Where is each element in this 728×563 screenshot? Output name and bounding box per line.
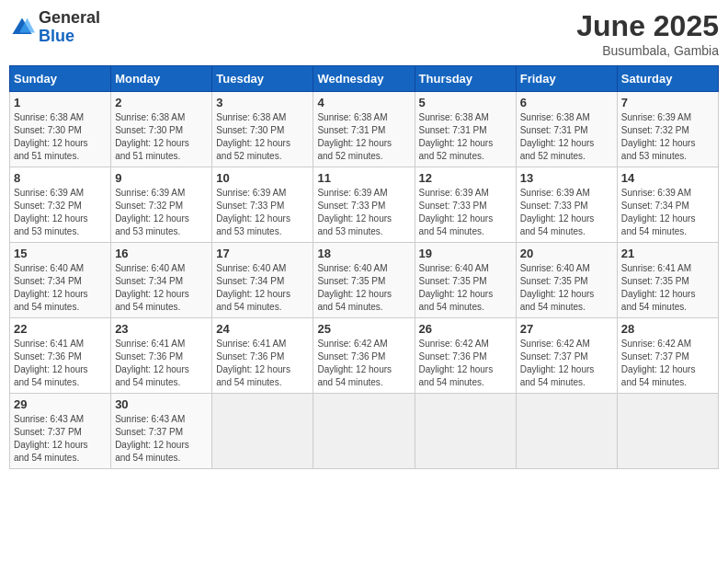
- day-info: Sunrise: 6:40 AMSunset: 7:35 PMDaylight:…: [419, 263, 494, 312]
- calendar-week-row: 22Sunrise: 6:41 AMSunset: 7:36 PMDayligh…: [10, 318, 719, 394]
- day-info: Sunrise: 6:43 AMSunset: 7:37 PMDaylight:…: [14, 414, 88, 463]
- calendar-day-cell: 18Sunrise: 6:40 AMSunset: 7:35 PMDayligh…: [313, 243, 415, 318]
- calendar-day-cell: 2Sunrise: 6:38 AMSunset: 7:30 PMDaylight…: [111, 92, 212, 167]
- day-info: Sunrise: 6:40 AMSunset: 7:35 PMDaylight:…: [317, 263, 392, 312]
- day-number: 18: [317, 247, 410, 260]
- day-number: 16: [115, 247, 208, 260]
- weekday-header-row: Sunday Monday Tuesday Wednesday Thursday…: [10, 66, 719, 92]
- day-number: 29: [14, 397, 107, 411]
- header-wednesday: Wednesday: [313, 66, 415, 92]
- day-info: Sunrise: 6:38 AMSunset: 7:30 PMDaylight:…: [115, 112, 189, 161]
- day-number: 2: [115, 96, 208, 109]
- day-info: Sunrise: 6:39 AMSunset: 7:33 PMDaylight:…: [419, 188, 494, 236]
- day-number: 8: [14, 171, 107, 185]
- day-number: 26: [419, 322, 512, 336]
- day-info: Sunrise: 6:39 AMSunset: 7:32 PMDaylight:…: [621, 112, 696, 161]
- logo-icon: [9, 15, 35, 40]
- header-tuesday: Tuesday: [212, 66, 313, 92]
- day-info: Sunrise: 6:38 AMSunset: 7:30 PMDaylight:…: [216, 112, 290, 161]
- day-number: 5: [419, 96, 512, 109]
- calendar-day-cell: 28Sunrise: 6:42 AMSunset: 7:37 PMDayligh…: [617, 318, 718, 394]
- calendar-day-cell: 4Sunrise: 6:38 AMSunset: 7:31 PMDaylight…: [313, 92, 415, 167]
- calendar-day-cell: 27Sunrise: 6:42 AMSunset: 7:37 PMDayligh…: [516, 318, 617, 394]
- calendar-title: June 2025: [576, 9, 719, 43]
- day-number: 9: [115, 171, 208, 185]
- calendar-day-cell: 17Sunrise: 6:40 AMSunset: 7:34 PMDayligh…: [212, 243, 313, 318]
- calendar-day-cell: 12Sunrise: 6:39 AMSunset: 7:33 PMDayligh…: [415, 167, 516, 243]
- day-number: 19: [419, 247, 512, 260]
- day-info: Sunrise: 6:41 AMSunset: 7:35 PMDaylight:…: [621, 263, 696, 312]
- logo: General Blue: [9, 9, 100, 46]
- calendar-day-cell: 26Sunrise: 6:42 AMSunset: 7:36 PMDayligh…: [415, 318, 516, 394]
- day-number: 25: [317, 322, 410, 336]
- day-info: Sunrise: 6:41 AMSunset: 7:36 PMDaylight:…: [216, 339, 290, 387]
- day-info: Sunrise: 6:41 AMSunset: 7:36 PMDaylight:…: [115, 339, 189, 387]
- calendar-day-cell: 19Sunrise: 6:40 AMSunset: 7:35 PMDayligh…: [415, 243, 516, 318]
- calendar-day-cell: 9Sunrise: 6:39 AMSunset: 7:32 PMDaylight…: [111, 167, 212, 243]
- calendar-day-cell: [617, 394, 718, 469]
- day-info: Sunrise: 6:38 AMSunset: 7:31 PMDaylight:…: [419, 112, 494, 161]
- day-info: Sunrise: 6:40 AMSunset: 7:34 PMDaylight:…: [115, 263, 189, 312]
- day-info: Sunrise: 6:40 AMSunset: 7:34 PMDaylight:…: [216, 263, 290, 312]
- day-info: Sunrise: 6:40 AMSunset: 7:34 PMDaylight:…: [14, 263, 88, 312]
- calendar-day-cell: 8Sunrise: 6:39 AMSunset: 7:32 PMDaylight…: [10, 167, 111, 243]
- day-number: 7: [621, 96, 714, 109]
- calendar-day-cell: 10Sunrise: 6:39 AMSunset: 7:33 PMDayligh…: [212, 167, 313, 243]
- calendar-table: Sunday Monday Tuesday Wednesday Thursday…: [9, 65, 719, 469]
- calendar-day-cell: 14Sunrise: 6:39 AMSunset: 7:34 PMDayligh…: [617, 167, 718, 243]
- day-number: 27: [520, 322, 613, 336]
- day-info: Sunrise: 6:39 AMSunset: 7:32 PMDaylight:…: [115, 188, 189, 236]
- logo-blue-text: Blue: [39, 28, 100, 46]
- calendar-day-cell: 30Sunrise: 6:43 AMSunset: 7:37 PMDayligh…: [111, 394, 212, 469]
- day-number: 15: [14, 247, 107, 260]
- day-number: 30: [115, 397, 208, 411]
- calendar-day-cell: 5Sunrise: 6:38 AMSunset: 7:31 PMDaylight…: [415, 92, 516, 167]
- day-info: Sunrise: 6:38 AMSunset: 7:30 PMDaylight:…: [14, 112, 88, 161]
- day-info: Sunrise: 6:40 AMSunset: 7:35 PMDaylight:…: [520, 263, 595, 312]
- calendar-day-cell: 3Sunrise: 6:38 AMSunset: 7:30 PMDaylight…: [212, 92, 313, 167]
- day-number: 14: [621, 171, 714, 185]
- day-number: 11: [317, 171, 410, 185]
- day-number: 13: [520, 171, 613, 185]
- calendar-day-cell: [516, 394, 617, 469]
- day-info: Sunrise: 6:42 AMSunset: 7:37 PMDaylight:…: [520, 339, 595, 387]
- calendar-day-cell: 24Sunrise: 6:41 AMSunset: 7:36 PMDayligh…: [212, 318, 313, 394]
- day-info: Sunrise: 6:42 AMSunset: 7:36 PMDaylight:…: [419, 339, 494, 387]
- day-number: 10: [216, 171, 309, 185]
- calendar-day-cell: 11Sunrise: 6:39 AMSunset: 7:33 PMDayligh…: [313, 167, 415, 243]
- header-saturday: Saturday: [617, 66, 718, 92]
- day-info: Sunrise: 6:39 AMSunset: 7:34 PMDaylight:…: [621, 188, 696, 236]
- calendar-week-row: 29Sunrise: 6:43 AMSunset: 7:37 PMDayligh…: [10, 394, 719, 469]
- calendar-week-row: 15Sunrise: 6:40 AMSunset: 7:34 PMDayligh…: [10, 243, 719, 318]
- day-info: Sunrise: 6:38 AMSunset: 7:31 PMDaylight:…: [520, 112, 595, 161]
- day-number: 23: [115, 322, 208, 336]
- calendar-day-cell: 25Sunrise: 6:42 AMSunset: 7:36 PMDayligh…: [313, 318, 415, 394]
- day-number: 1: [14, 96, 107, 109]
- calendar-day-cell: 23Sunrise: 6:41 AMSunset: 7:36 PMDayligh…: [111, 318, 212, 394]
- calendar-day-cell: 6Sunrise: 6:38 AMSunset: 7:31 PMDaylight…: [516, 92, 617, 167]
- calendar-day-cell: [415, 394, 516, 469]
- day-number: 28: [621, 322, 714, 336]
- calendar-body: 1Sunrise: 6:38 AMSunset: 7:30 PMDaylight…: [10, 92, 719, 469]
- day-number: 21: [621, 247, 714, 260]
- header-thursday: Thursday: [415, 66, 516, 92]
- calendar-day-cell: 13Sunrise: 6:39 AMSunset: 7:33 PMDayligh…: [516, 167, 617, 243]
- day-info: Sunrise: 6:43 AMSunset: 7:37 PMDaylight:…: [115, 414, 189, 463]
- day-number: 6: [520, 96, 613, 109]
- header-sunday: Sunday: [10, 66, 111, 92]
- calendar-day-cell: 29Sunrise: 6:43 AMSunset: 7:37 PMDayligh…: [10, 394, 111, 469]
- calendar-day-cell: 20Sunrise: 6:40 AMSunset: 7:35 PMDayligh…: [516, 243, 617, 318]
- logo-general-text: General: [39, 9, 100, 28]
- calendar-week-row: 1Sunrise: 6:38 AMSunset: 7:30 PMDaylight…: [10, 92, 719, 167]
- day-info: Sunrise: 6:38 AMSunset: 7:31 PMDaylight:…: [317, 112, 392, 161]
- day-info: Sunrise: 6:39 AMSunset: 7:32 PMDaylight:…: [14, 188, 88, 236]
- day-number: 24: [216, 322, 309, 336]
- day-info: Sunrise: 6:42 AMSunset: 7:37 PMDaylight:…: [621, 339, 696, 387]
- calendar-day-cell: 1Sunrise: 6:38 AMSunset: 7:30 PMDaylight…: [10, 92, 111, 167]
- calendar-day-cell: 7Sunrise: 6:39 AMSunset: 7:32 PMDaylight…: [617, 92, 718, 167]
- day-number: 3: [216, 96, 309, 109]
- page-header: General Blue June 2025 Busumbala, Gambia: [9, 9, 719, 58]
- calendar-day-cell: 15Sunrise: 6:40 AMSunset: 7:34 PMDayligh…: [10, 243, 111, 318]
- day-number: 4: [317, 96, 410, 109]
- day-info: Sunrise: 6:41 AMSunset: 7:36 PMDaylight:…: [14, 339, 88, 387]
